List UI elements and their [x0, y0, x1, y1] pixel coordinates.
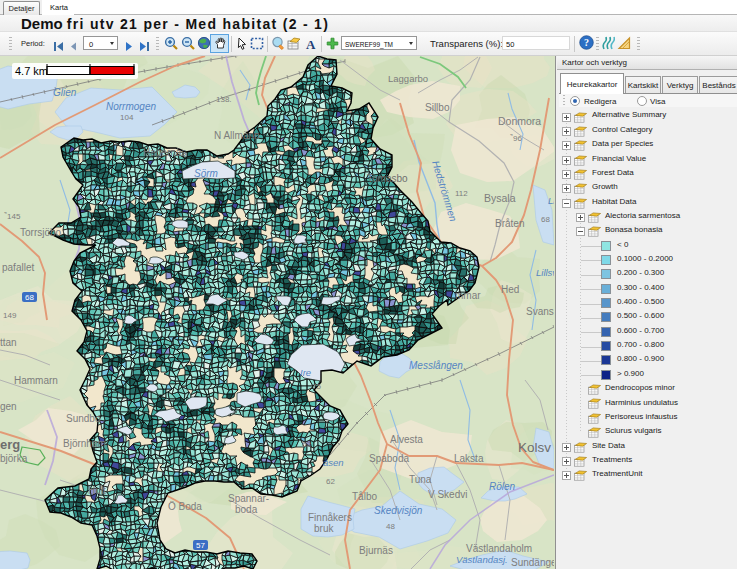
svg-text:62: 62: [302, 440, 311, 449]
svg-text:Bysala: Bysala: [484, 192, 516, 204]
svg-text:68: 68: [25, 293, 34, 302]
svg-text:‶96: ‶96: [510, 134, 522, 143]
svg-text:Alvesta: Alvesta: [390, 434, 423, 445]
svg-text:Bjurnäs: Bjurnäs: [359, 545, 393, 556]
svg-text:Kolsv: Kolsv: [518, 440, 551, 455]
svg-text:112: 112: [455, 189, 468, 198]
svg-text:åsen: åsen: [323, 457, 344, 468]
svg-text:Tuna: Tuna: [409, 474, 432, 485]
svg-text:V Skedvi: V Skedvi: [428, 489, 467, 500]
svg-text:Li: Li: [548, 195, 554, 206]
svg-text:Laggarbo: Laggarbo: [388, 73, 428, 84]
svg-text:Tomasbo: Tomasbo: [367, 173, 408, 184]
svg-text:Tålbo: Tålbo: [352, 491, 377, 502]
svg-text:Torrsjöbo: Torrsjöbo: [20, 227, 62, 238]
svg-text:N Allmänn: N Allmänn: [214, 130, 260, 141]
svg-text:Messlången: Messlången: [409, 360, 463, 371]
svg-text:Sörm: Sörm: [194, 168, 218, 179]
svg-text:104: 104: [120, 113, 134, 122]
svg-text:bruk: bruk: [314, 523, 334, 534]
svg-text:Lillsv: Lillsv: [536, 267, 554, 278]
svg-text:149: 149: [3, 311, 17, 320]
svg-text:gen: gen: [0, 401, 17, 412]
svg-text:Spaboda: Spaboda: [369, 453, 409, 464]
svg-text:Finnåkers: Finnåkers: [308, 512, 352, 523]
svg-text:pafallet: pafallet: [2, 262, 34, 273]
svg-text:Svans: Svans: [526, 306, 554, 317]
svg-text:Västlandaholm: Västlandaholm: [466, 543, 532, 554]
svg-text:57: 57: [196, 541, 205, 550]
svg-text:75: 75: [312, 382, 321, 391]
svg-text:Hed: Hed: [501, 284, 519, 295]
svg-text:boda: boda: [235, 504, 258, 515]
svg-text:48: 48: [386, 522, 395, 531]
svg-text:Hult: Hult: [88, 485, 106, 496]
svg-text:Norrmogen: Norrmogen: [106, 101, 156, 112]
svg-text:Ire: Ire: [300, 367, 311, 378]
svg-text:björka: björka: [0, 453, 28, 464]
svg-text:Laksta: Laksta: [454, 453, 484, 464]
svg-text:erg: erg: [0, 437, 20, 452]
svg-text:Björnham: Björnham: [63, 438, 106, 449]
svg-text:Hammarn: Hammarn: [14, 375, 58, 386]
svg-text:138.: 138.: [216, 95, 232, 104]
svg-text:Sundänge: Sundänge: [511, 557, 554, 568]
svg-text:mmar: mmar: [455, 290, 481, 301]
svg-text:Västlandasj.: Västlandasj.: [456, 554, 508, 565]
svg-text:Skedvisjön: Skedvisjön: [374, 505, 423, 516]
svg-text:Glien: Glien: [53, 87, 77, 98]
svg-text:?: ?: [584, 37, 589, 48]
svg-text:Sundbo: Sundbo: [66, 413, 101, 424]
svg-text:Hagernäs: Hagernäs: [143, 147, 186, 158]
svg-text:68: 68: [541, 215, 550, 224]
svg-text:Ö Boda: Ö Boda: [168, 501, 202, 512]
svg-text:Spannar-: Spannar-: [228, 493, 269, 504]
svg-text:Sillbo: Sillbo: [425, 102, 450, 113]
svg-text:‶145: ‶145: [4, 212, 21, 221]
svg-text:Donmora: Donmora: [498, 115, 541, 127]
svg-text:ttan: ttan: [0, 337, 17, 348]
svg-text:Rölen: Rölen: [489, 481, 516, 492]
svg-text:Bråten: Bråten: [495, 218, 524, 229]
svg-text:62: 62: [326, 477, 335, 486]
